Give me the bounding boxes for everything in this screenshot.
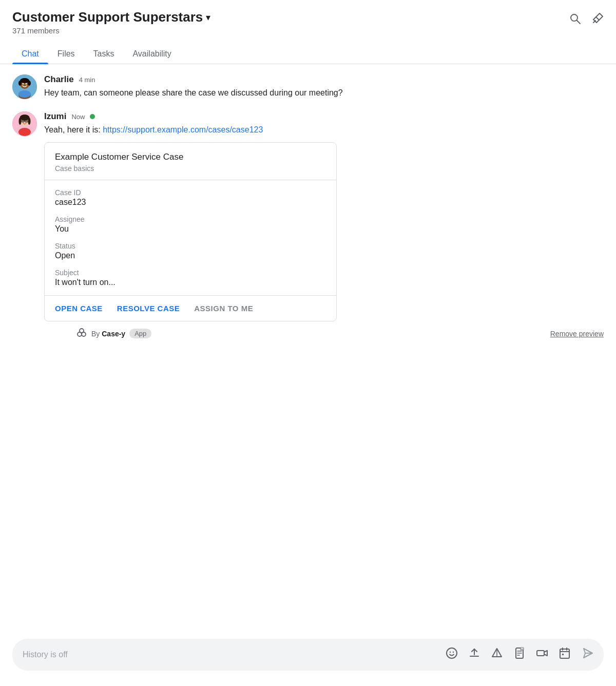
input-placeholder[interactable]: History is off xyxy=(23,650,437,659)
by-text: By Case-y xyxy=(91,330,125,338)
svg-point-12 xyxy=(28,81,31,86)
avatar-charlie xyxy=(12,74,37,99)
izumi-message-time: Now xyxy=(71,113,85,121)
izumi-sender-name: Izumi xyxy=(44,111,66,122)
izumi-message-content: Izumi Now Yeah, here it is: https://supp… xyxy=(44,111,604,340)
chat-area: Charlie 4 min Hey team, can someone plea… xyxy=(0,64,616,340)
svg-point-22 xyxy=(23,121,24,122)
case-id-label: Case ID xyxy=(55,188,326,197)
svg-point-7 xyxy=(18,90,31,98)
toolbar-icons xyxy=(446,647,593,662)
svg-point-28 xyxy=(450,652,451,653)
message-charlie: Charlie 4 min Hey team, can someone plea… xyxy=(12,74,604,99)
upload-icon[interactable] xyxy=(468,647,480,662)
case-card-body: Case ID case123 Assignee You Status Open… xyxy=(45,180,336,296)
case-link[interactable]: https://support.example.com/cases/case12… xyxy=(103,125,263,134)
casey-icon xyxy=(76,327,87,340)
search-icon[interactable] xyxy=(569,12,581,28)
izumi-text-prefix: Yeah, here it is: xyxy=(44,125,103,134)
calendar-icon[interactable] xyxy=(559,647,571,662)
by-line: By Case-y App Remove preview xyxy=(76,327,604,340)
message-izumi: Izumi Now Yeah, here it is: https://supp… xyxy=(12,111,604,340)
tabs: Chat Files Tasks Availability xyxy=(0,39,616,64)
svg-point-26 xyxy=(82,332,86,336)
svg-rect-40 xyxy=(537,651,544,656)
drive-icon[interactable] xyxy=(491,647,503,662)
header: Customer Support Superstars ▾ 371 member… xyxy=(0,0,616,35)
assignee-label: Assignee xyxy=(55,215,326,223)
svg-rect-30 xyxy=(470,656,479,657)
member-count: 371 members xyxy=(12,26,210,35)
svg-line-1 xyxy=(577,21,581,24)
case-field-subject: Subject It won't turn on... xyxy=(55,269,326,287)
case-field-id: Case ID case123 xyxy=(55,188,326,207)
header-left: Customer Support Superstars ▾ 371 member… xyxy=(12,9,210,35)
svg-rect-45 xyxy=(562,654,564,655)
open-case-button[interactable]: OPEN CASE xyxy=(55,304,103,313)
tab-chat[interactable]: Chat xyxy=(12,44,48,64)
case-card: Example Customer Service Case Case basic… xyxy=(44,142,337,321)
case-card-actions: OPEN CASE RESOLVE CASE ASSIGN TO ME xyxy=(45,296,336,321)
avatar-izumi xyxy=(12,111,37,136)
assign-to-me-button[interactable]: ASSIGN TO ME xyxy=(194,304,253,313)
charlie-sender-name: Charlie xyxy=(44,74,74,85)
svg-point-11 xyxy=(18,81,22,86)
charlie-message-content: Charlie 4 min Hey team, can someone plea… xyxy=(44,74,604,99)
channel-name: Customer Support Superstars xyxy=(12,9,203,25)
input-area: History is off xyxy=(12,639,604,671)
case-field-assignee: Assignee You xyxy=(55,215,326,234)
remove-preview-link[interactable]: Remove preview xyxy=(550,330,604,338)
dropdown-icon[interactable]: ▾ xyxy=(206,12,210,23)
resolve-case-button[interactable]: RESOLVE CASE xyxy=(117,304,180,313)
charlie-message-text: Hey team, can someone please share the c… xyxy=(44,87,604,99)
svg-point-23 xyxy=(26,121,27,122)
by-prefix: By xyxy=(91,330,102,338)
case-card-title: Example Customer Service Case xyxy=(55,152,326,162)
case-field-status: Status Open xyxy=(55,242,326,260)
svg-rect-41 xyxy=(560,649,569,658)
svg-point-14 xyxy=(18,128,31,136)
online-indicator xyxy=(90,114,95,119)
izumi-message-text: Yeah, here it is: https://support.exampl… xyxy=(44,124,604,136)
subject-label: Subject xyxy=(55,269,326,277)
tab-availability[interactable]: Availability xyxy=(123,44,180,64)
tab-tasks[interactable]: Tasks xyxy=(84,44,124,64)
svg-point-9 xyxy=(26,83,27,85)
svg-point-16 xyxy=(20,115,30,121)
case-card-header: Example Customer Service Case Case basic… xyxy=(45,143,336,180)
svg-point-18 xyxy=(28,118,31,125)
charlie-message-header: Charlie 4 min xyxy=(44,74,604,85)
app-badge: App xyxy=(129,329,151,338)
status-label: Status xyxy=(55,242,326,250)
pin-icon[interactable] xyxy=(591,12,604,28)
assignee-value: You xyxy=(55,224,326,234)
status-value: Open xyxy=(55,251,326,260)
svg-line-2 xyxy=(593,21,595,23)
tab-files[interactable]: Files xyxy=(48,44,84,64)
subject-value: It won't turn on... xyxy=(55,278,326,287)
svg-point-27 xyxy=(447,648,457,658)
svg-point-8 xyxy=(23,83,24,85)
header-icons xyxy=(569,9,604,28)
izumi-message-header: Izumi Now xyxy=(44,111,604,122)
channel-title: Customer Support Superstars ▾ xyxy=(12,9,210,25)
send-button[interactable] xyxy=(581,647,593,662)
svg-point-17 xyxy=(19,118,22,125)
svg-line-3 xyxy=(596,17,599,20)
svg-point-29 xyxy=(453,652,454,653)
video-icon[interactable] xyxy=(536,647,548,662)
casey-name: Case-y xyxy=(102,330,125,338)
charlie-message-time: 4 min xyxy=(79,76,95,84)
doc-icon[interactable] xyxy=(513,647,526,662)
case-id-value: case123 xyxy=(55,198,326,207)
svg-point-25 xyxy=(78,332,82,336)
case-card-subtitle: Case basics xyxy=(55,164,326,173)
emoji-icon[interactable] xyxy=(446,647,458,662)
